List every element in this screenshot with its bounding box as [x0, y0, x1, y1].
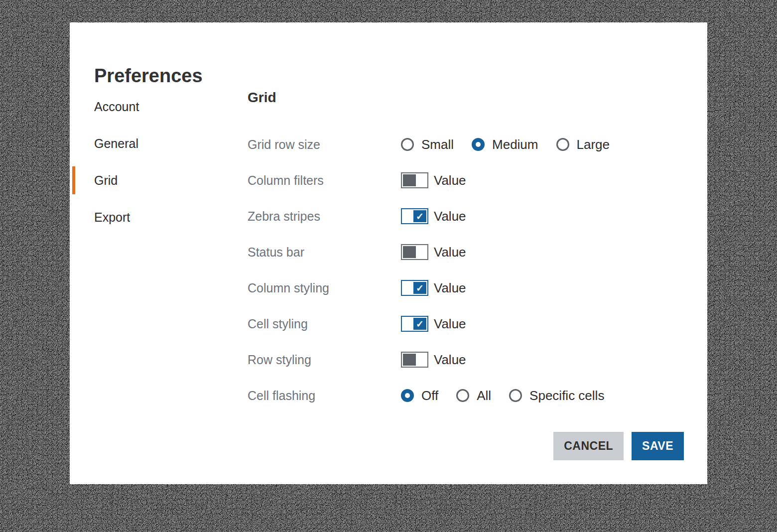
row-column-styling: Column styling ✓ Value — [70, 270, 707, 306]
sidebar-item-account[interactable]: Account — [70, 88, 234, 125]
dialog-footer: CANCEL SAVE — [553, 432, 684, 460]
row-label: Grid row size — [248, 137, 401, 152]
row-label: Zebra stripes — [248, 209, 401, 224]
radio-option-all[interactable]: All — [456, 388, 491, 403]
settings-rows: Grid row size Small Medium Large Column … — [70, 127, 707, 413]
row-zebra-stripes: Zebra stripes ✓ Value — [70, 198, 707, 234]
toggle-knob — [403, 246, 416, 258]
grid-row-size-radio-group: Small Medium Large — [401, 137, 628, 152]
value-label: Value — [434, 209, 466, 224]
value-label: Value — [434, 316, 466, 332]
row-cell-flashing: Cell flashing Off All Specific cells — [70, 378, 707, 413]
radio-selected-icon — [472, 138, 485, 151]
save-button[interactable]: SAVE — [632, 432, 684, 460]
cell-flashing-radio-group: Off All Specific cells — [401, 388, 622, 403]
zebra-stripes-toggle[interactable]: ✓ — [401, 208, 428, 224]
radio-selected-icon — [401, 389, 414, 402]
row-column-filters: Column filters Value — [70, 162, 707, 198]
value-label: Value — [434, 352, 466, 368]
value-label: Value — [434, 280, 466, 296]
row-label: Cell styling — [248, 317, 401, 331]
check-icon: ✓ — [413, 318, 426, 330]
radio-icon — [456, 389, 469, 402]
row-label: Column styling — [248, 281, 401, 295]
row-label: Column filters — [248, 173, 401, 188]
status-bar-toggle[interactable] — [401, 244, 428, 260]
dialog-title: Preferences — [94, 66, 203, 85]
sidebar-item-label: Account — [94, 100, 139, 114]
preferences-dialog: Preferences Account General Grid Export … — [70, 22, 707, 484]
row-label: Status bar — [248, 245, 401, 260]
value-label: Value — [434, 173, 466, 188]
radio-option-large[interactable]: Large — [556, 137, 610, 152]
row-label: Row styling — [248, 353, 401, 367]
row-styling-toggle[interactable] — [401, 352, 428, 368]
check-icon: ✓ — [413, 210, 426, 222]
radio-option-specific-cells[interactable]: Specific cells — [509, 388, 604, 403]
radio-icon — [556, 138, 569, 151]
cancel-button[interactable]: CANCEL — [553, 432, 624, 460]
row-cell-styling: Cell styling ✓ Value — [70, 306, 707, 342]
row-grid-row-size: Grid row size Small Medium Large — [70, 127, 707, 162]
check-icon: ✓ — [413, 282, 426, 294]
toggle-knob — [403, 174, 416, 186]
radio-option-medium[interactable]: Medium — [472, 137, 538, 152]
value-label: Value — [434, 245, 466, 260]
toggle-knob — [403, 354, 416, 366]
radio-icon — [509, 389, 522, 402]
cell-styling-toggle[interactable]: ✓ — [401, 316, 428, 332]
radio-icon — [401, 138, 414, 151]
radio-option-small[interactable]: Small — [401, 137, 454, 152]
column-filters-toggle[interactable] — [401, 172, 428, 188]
radio-option-off[interactable]: Off — [401, 388, 438, 403]
column-styling-toggle[interactable]: ✓ — [401, 280, 428, 296]
panel-heading: Grid — [248, 90, 276, 106]
row-status-bar: Status bar Value — [70, 234, 707, 270]
row-row-styling: Row styling Value — [70, 342, 707, 378]
row-label: Cell flashing — [248, 389, 401, 403]
